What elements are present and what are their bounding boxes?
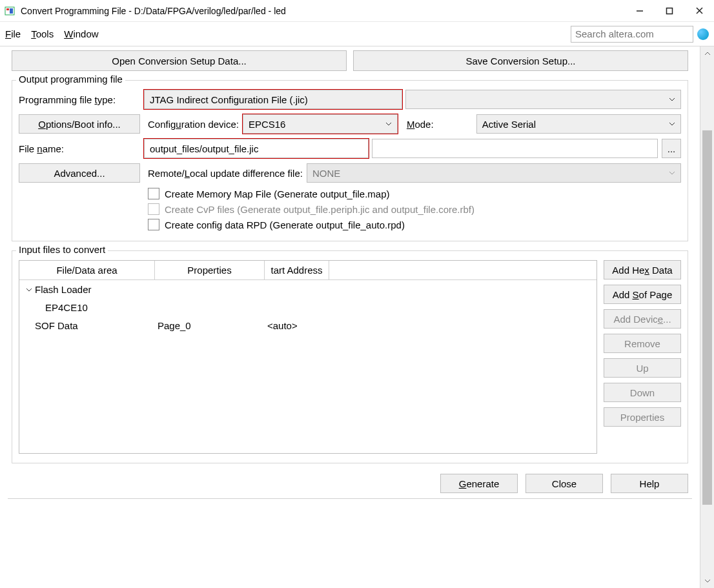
col-start-address[interactable]: tart Address: [265, 261, 329, 279]
create-rpd-label: Create config data RPD (Generate output_…: [165, 219, 405, 230]
table-header: File/Data area Properties tart Address: [19, 261, 597, 280]
prog-file-type-value: JTAG Indirect Configuration File (.jic): [150, 94, 308, 105]
prog-file-type-select-extension[interactable]: [405, 90, 681, 109]
minimize-button[interactable]: [625, 0, 655, 22]
filename-label: File name:: [19, 143, 140, 154]
menu-tools[interactable]: Tools: [31, 28, 54, 39]
menu-file[interactable]: File: [5, 28, 21, 39]
create-memory-map-label: Create Memory Map File (Generate output_…: [165, 188, 389, 199]
svg-rect-1: [6, 8, 9, 10]
create-cvp-row: Create CvP files (Generate output_file.p…: [148, 203, 681, 215]
up-button: Up: [604, 358, 681, 378]
mode-select[interactable]: Active Serial: [476, 114, 681, 134]
mode-value: Active Serial: [482, 119, 536, 130]
config-device-label: Configuration device:: [148, 119, 239, 130]
maximize-button[interactable]: [655, 0, 684, 22]
flash-loader-label: Flash Loader: [35, 284, 92, 295]
svg-rect-4: [667, 8, 673, 14]
scroll-down-arrow[interactable]: [700, 574, 714, 588]
options-boot-info-button[interactable]: Options/Boot info...: [19, 114, 140, 134]
add-sof-page-button[interactable]: Add Sof Page: [604, 285, 681, 304]
remote-local-label: Remote/Local update difference file:: [148, 168, 303, 179]
chevron-down-icon: [669, 171, 675, 175]
close-button[interactable]: [684, 0, 714, 22]
browse-button[interactable]: ...: [662, 139, 681, 158]
input-group-legend: Input files to convert: [16, 244, 108, 255]
remove-button: Remove: [604, 334, 681, 353]
config-device-value: EPCS16: [249, 119, 286, 130]
col-file-data-area[interactable]: File/Data area: [19, 261, 155, 279]
generate-button[interactable]: Generate: [440, 474, 518, 493]
svg-rect-2: [10, 8, 13, 14]
create-memory-map-checkbox[interactable]: [148, 188, 159, 199]
vertical-scrollbar[interactable]: [700, 46, 714, 588]
scrollbar-thumb[interactable]: [702, 130, 712, 505]
filename-value: output_files/output_file.jic: [150, 143, 258, 154]
scroll-up-arrow[interactable]: [700, 46, 714, 61]
row-sof-data[interactable]: SOF Data Page_0 <auto>: [19, 316, 597, 334]
chevron-down-icon: [385, 122, 392, 126]
col-properties[interactable]: Properties: [155, 261, 265, 279]
window-title: Convert Programming File - D:/Data/FPGA/…: [21, 6, 625, 16]
create-cvp-label: Create CvP files (Generate output_file.p…: [165, 204, 474, 215]
prog-file-type-label: Programming file type:: [19, 94, 140, 105]
filename-input-extension[interactable]: [372, 139, 658, 158]
input-files-table[interactable]: File/Data area Properties tart Address F…: [19, 260, 597, 454]
input-files-side-buttons: Add Hex Data Add Sof Page Add Device... …: [604, 260, 681, 454]
sof-address: <auto>: [265, 320, 329, 331]
remote-local-select[interactable]: NONE: [307, 163, 681, 183]
bottom-button-row: Generate Close Help: [12, 474, 688, 493]
sof-data-label: SOF Data: [35, 320, 78, 331]
remote-local-value: NONE: [312, 168, 340, 179]
output-group-legend: Output programming file: [16, 74, 125, 85]
create-cvp-checkbox: [148, 203, 159, 215]
client-area: Open Conversion Setup Data... Save Conve…: [0, 46, 714, 588]
config-device-select[interactable]: EPCS16: [243, 114, 398, 134]
add-device-button: Add Device...: [604, 309, 681, 329]
window-controls: [625, 0, 714, 22]
sof-properties: Page_0: [155, 320, 265, 331]
window: Convert Programming File - D:/Data/FPGA/…: [0, 0, 714, 588]
titlebar: Convert Programming File - D:/Data/FPGA/…: [0, 0, 714, 22]
properties-button: Properties: [604, 407, 681, 427]
row-flash-loader[interactable]: Flash Loader: [19, 280, 597, 298]
mode-label: Mode:: [407, 119, 434, 130]
close-dialog-button[interactable]: Close: [525, 474, 603, 493]
open-conversion-setup-button[interactable]: Open Conversion Setup Data...: [12, 50, 347, 71]
add-hex-data-button[interactable]: Add Hex Data: [604, 260, 681, 279]
save-conversion-setup-button[interactable]: Save Conversion Setup...: [353, 50, 688, 71]
row-ep4ce10[interactable]: EP4CE10: [19, 298, 597, 316]
search-input[interactable]: [571, 26, 693, 43]
filename-input-highlighted[interactable]: output_files/output_file.jic: [144, 139, 369, 158]
app-icon: [4, 5, 17, 17]
menubar: File Tools Window: [0, 22, 714, 46]
ep4ce10-label: EP4CE10: [45, 302, 88, 313]
create-memory-map-row: Create Memory Map File (Generate output_…: [148, 188, 681, 199]
down-button: Down: [604, 383, 681, 402]
output-programming-file-group: Output programming file Programming file…: [12, 80, 688, 241]
status-bar: [8, 498, 692, 512]
expand-icon[interactable]: [26, 284, 32, 295]
globe-icon[interactable]: [697, 28, 709, 40]
help-button[interactable]: Help: [611, 474, 688, 493]
prog-file-type-highlighted[interactable]: JTAG Indirect Configuration File (.jic): [144, 90, 402, 109]
chevron-down-icon: [669, 122, 675, 126]
advanced-button[interactable]: Advanced...: [19, 163, 140, 183]
input-files-group: Input files to convert File/Data area Pr…: [12, 250, 688, 463]
create-rpd-checkbox[interactable]: [148, 219, 159, 230]
chevron-down-icon: [669, 97, 675, 101]
menu-window[interactable]: Window: [64, 28, 98, 39]
create-rpd-row: Create config data RPD (Generate output_…: [148, 219, 681, 230]
